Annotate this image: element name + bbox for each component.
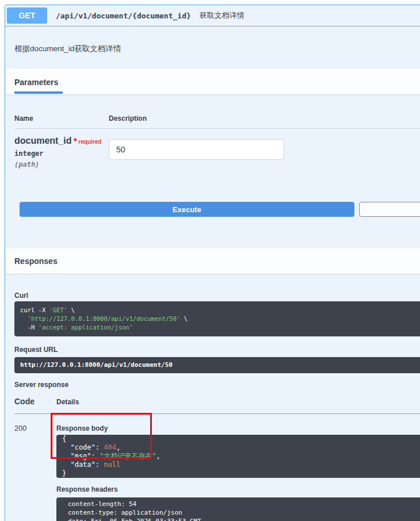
document-id-input[interactable] [109, 139, 284, 160]
parameter-name-cell: document_id *required integer (path) [14, 136, 109, 168]
code-column-header: Code [14, 397, 56, 406]
name-column-header: Name [14, 114, 109, 122]
required-label: required [78, 139, 101, 145]
responses-header-band: Responses [5, 248, 420, 274]
responses-title: Responses [14, 256, 58, 266]
response-row: 200 Response body { "code": 404, "msg": … [14, 422, 420, 521]
responses-section: Curl curl -X 'GET' \ 'http://127.0.0.1:8… [5, 274, 420, 521]
operation-description: 根据document_id获取文档详情 [5, 26, 420, 68]
response-headers-block: content-length: 54content-type: applicat… [56, 497, 420, 521]
details-column-header: Details [56, 398, 79, 406]
request-url-label: Request URL [14, 346, 420, 354]
endpoint-summary: 获取文档详情 [200, 10, 245, 21]
parameters-section: Name Description document_id *required i… [5, 114, 420, 248]
response-details-cell: Response body { "code": 404, "msg": "文档记… [56, 422, 420, 521]
parameter-value-cell [109, 136, 420, 168]
parameter-location: (path) [14, 160, 109, 168]
response-table-header: Code Details [14, 397, 420, 414]
curl-label: Curl [14, 292, 420, 300]
clear-button[interactable]: Clear [359, 202, 420, 217]
status-code: 200 [14, 422, 56, 521]
http-method-badge: GET [7, 7, 47, 24]
endpoint-path: /api/v1/document/{document_id} [56, 12, 191, 20]
parameter-row: document_id *required integer (path) [14, 136, 420, 168]
request-url-block: http://127.0.0.1:8000/api/v1/document/50 [14, 357, 420, 373]
request-url-value: http://127.0.0.1:8000/api/v1/document/50 [20, 361, 420, 369]
description-column-header: Description [109, 114, 420, 122]
parameter-type: integer [14, 150, 109, 158]
execute-button-row: Execute Clear [20, 202, 420, 217]
execute-button[interactable]: Execute [20, 202, 354, 217]
parameters-header-band: Parameters [5, 68, 420, 94]
parameters-table-header: Name Description [14, 114, 420, 129]
response-headers-label: Response headers [56, 485, 420, 493]
server-response-label: Server response [14, 381, 420, 389]
response-body-label: Response body [56, 424, 420, 432]
curl-command-block: curl -X 'GET' \ 'http://127.0.0.1:8000/a… [14, 301, 420, 336]
parameters-tab: Parameters [14, 78, 63, 94]
operation-summary-bar[interactable]: GET /api/v1/document/{document_id} 获取文档详… [5, 5, 420, 26]
parameter-name: document_id [14, 136, 72, 145]
api-operation-block: GET /api/v1/document/{document_id} 获取文档详… [5, 5, 420, 521]
response-body-block: { "code": 404, "msg": "文档记录不存在", "data":… [56, 435, 420, 478]
required-asterisk: * [74, 136, 77, 145]
